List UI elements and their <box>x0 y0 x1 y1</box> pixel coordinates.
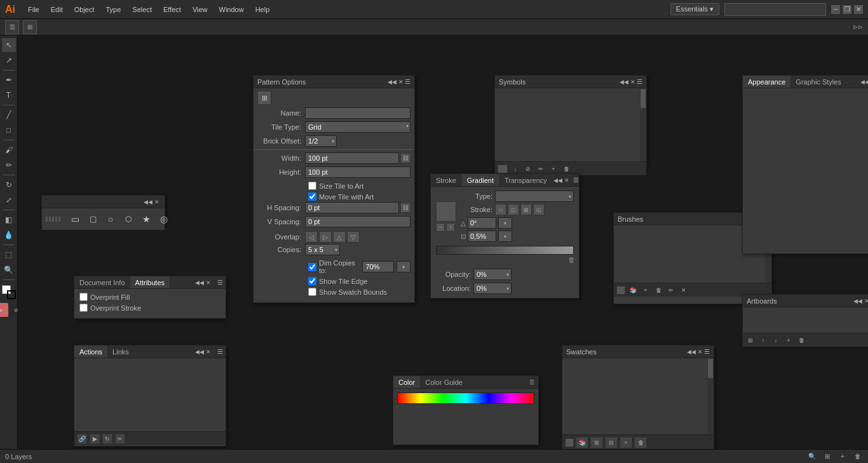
status-delete-btn[interactable]: 🗑 <box>853 452 863 462</box>
gradient-flip-v[interactable]: ↕ <box>446 223 455 232</box>
pattern-name-input[interactable] <box>305 107 410 119</box>
artboard-new-btn[interactable]: + <box>783 335 794 346</box>
swatch-libs-btn[interactable]: 📚 <box>576 437 588 448</box>
tab-gradient[interactable]: Gradient <box>462 174 499 186</box>
artboard-rearrange-btn[interactable]: ⊞ <box>745 335 756 346</box>
action-link-btn[interactable]: 🔗 <box>77 434 87 444</box>
opacity-select[interactable]: 0% ▾ <box>473 269 512 280</box>
line-tool[interactable]: ╱ <box>2 108 16 122</box>
copies-select[interactable]: 5 x 5 ▾ <box>305 244 340 255</box>
search-input[interactable] <box>724 3 826 16</box>
symbol-delete-btn[interactable]: 🗑 <box>561 164 571 174</box>
pattern-vspacing-input[interactable] <box>305 216 410 227</box>
tab-stroke[interactable]: Stroke <box>431 174 462 186</box>
poly-shape-icon[interactable]: ⬡ <box>121 212 135 226</box>
pattern-panel-close[interactable]: ✕ <box>397 78 405 86</box>
width-chain-icon[interactable]: ⛓ <box>400 153 410 163</box>
target-shape-icon[interactable]: ◎ <box>157 212 171 226</box>
scale-tool[interactable]: ⤢ <box>2 193 16 207</box>
swatches-panel-collapse[interactable]: ◀◀ <box>688 348 695 356</box>
tab-actions[interactable]: Actions <box>74 346 107 358</box>
symbols-panel-header[interactable]: Symbols ◀◀ ✕ ☰ <box>495 76 646 88</box>
stroke-panel-collapse[interactable]: ◀◀ <box>554 177 562 184</box>
tab-color[interactable]: Color <box>393 376 420 388</box>
pen-tool[interactable]: ✒ <box>2 73 16 87</box>
stroke-panel-menu[interactable]: ☰ <box>573 177 579 184</box>
menu-object[interactable]: Object <box>69 4 100 15</box>
expand-icon[interactable]: ⊳⊳ <box>853 23 863 30</box>
swatch-type-btn[interactable]: ⊞ <box>590 437 603 448</box>
brush-edit-btn[interactable]: ✏ <box>666 285 676 295</box>
restore-button[interactable]: ❐ <box>843 5 851 14</box>
brush-libs-btn[interactable]: 📚 <box>628 285 638 295</box>
swatch-new-btn[interactable]: + <box>620 437 632 448</box>
appearance-panel-collapse[interactable]: ◀◀ <box>861 78 868 86</box>
color-btn[interactable]: ■ <box>0 303 8 317</box>
dim-copies-checkbox[interactable] <box>308 263 316 271</box>
menu-help[interactable]: Help <box>250 4 275 15</box>
overlap-left-btn[interactable]: ◁ <box>305 231 318 243</box>
location-select[interactable]: 0% ▾ <box>473 283 512 294</box>
dim-value-input[interactable] <box>362 261 394 272</box>
action-refresh-btn[interactable]: ↻ <box>102 434 112 444</box>
menu-view[interactable]: View <box>187 4 213 15</box>
tab-attributes[interactable]: Attributes <box>130 276 170 288</box>
action-play-btn[interactable]: ▶ <box>90 434 100 444</box>
rounded-rect-shape-icon[interactable]: ▢ <box>86 212 100 226</box>
overprint-fill-checkbox[interactable] <box>79 293 88 301</box>
swatch-delete-btn[interactable]: 🗑 <box>634 437 647 448</box>
angle-dropdown[interactable]: ▾ <box>498 217 512 229</box>
actions-panel-collapse[interactable]: ◀◀ <box>196 348 203 356</box>
overlap-right-btn[interactable]: ▷ <box>319 231 332 243</box>
tab-color-guide[interactable]: Color Guide <box>420 376 468 388</box>
gradient-tool[interactable]: ◧ <box>2 213 16 227</box>
status-grid-btn[interactable]: ⊞ <box>822 452 832 462</box>
workspace-dropdown[interactable]: Essentials ▾ <box>670 3 719 15</box>
tab-links[interactable]: Links <box>107 346 134 358</box>
shape-panel-collapse[interactable]: ◀◀ <box>144 198 152 206</box>
gradient-flip-h[interactable]: ↔ <box>436 223 445 232</box>
artboard-move-up-btn[interactable]: ↑ <box>758 335 768 346</box>
swatch-group-btn[interactable]: ⊟ <box>605 437 618 448</box>
size-to-art-checkbox[interactable] <box>308 182 316 190</box>
paint-brush-tool[interactable]: 🖌 <box>2 143 16 157</box>
stroke-type-btn-3[interactable]: ▧ <box>520 204 532 215</box>
minimize-button[interactable]: ─ <box>831 5 840 14</box>
direct-select-tool[interactable]: ↗ <box>2 53 16 67</box>
zoom-tool[interactable]: 🔍 <box>2 263 16 277</box>
symbols-scrollbar-thumb[interactable] <box>641 89 646 108</box>
menu-type[interactable]: Type <box>101 4 126 15</box>
move-with-art-checkbox[interactable] <box>308 192 316 201</box>
gradient-angle-input[interactable] <box>468 217 496 229</box>
brick-offset-select[interactable]: 1/2 ▾ <box>305 135 337 147</box>
gradient-delete-btn[interactable]: 🗑 <box>566 255 576 265</box>
overprint-stroke-checkbox[interactable] <box>79 304 88 312</box>
pattern-width-input[interactable] <box>305 152 399 164</box>
swatches-panel-menu[interactable]: ☰ <box>704 348 710 355</box>
pattern-height-input[interactable] <box>305 166 410 178</box>
symbols-panel-menu[interactable]: ☰ <box>637 78 642 85</box>
grid-icon[interactable]: ⊞ <box>23 20 37 34</box>
stroke-panel-close[interactable]: ✕ <box>563 177 571 184</box>
artboards-panel-header[interactable]: Artboards ◀◀ ✕ ☰ <box>743 295 868 307</box>
stroke-type-btn-1[interactable]: ▭ <box>495 204 506 215</box>
doc-panel-close[interactable]: ✕ <box>205 279 212 286</box>
dim-dropdown[interactable]: ▾ <box>397 261 410 272</box>
artboard-move-down-btn[interactable]: ↓ <box>771 335 781 346</box>
tile-type-select[interactable]: Grid <box>305 121 410 133</box>
menu-file[interactable]: File <box>23 4 44 15</box>
swatches-panel-header[interactable]: Swatches ◀◀ ✕ ☰ <box>562 346 714 358</box>
rotate-tool[interactable]: ↻ <box>2 178 16 192</box>
show-tile-edge-checkbox[interactable] <box>308 277 316 285</box>
gradient-scale-input[interactable] <box>468 231 496 242</box>
color-spectrum[interactable] <box>397 393 534 404</box>
tab-appearance[interactable]: Appearance <box>743 76 790 88</box>
symbol-break-btn[interactable]: ⊘ <box>523 164 533 174</box>
arrange-icon[interactable]: ☰ <box>5 20 19 34</box>
gradient-preview[interactable] <box>436 201 456 222</box>
action-edit-btn[interactable]: ✏ <box>115 434 125 444</box>
artboard-tool[interactable]: ⬚ <box>2 248 16 262</box>
tab-document-info[interactable]: Document Info <box>74 276 130 288</box>
star-shape-icon[interactable]: ★ <box>139 212 153 226</box>
tab-transparency[interactable]: Transparency <box>499 174 553 186</box>
